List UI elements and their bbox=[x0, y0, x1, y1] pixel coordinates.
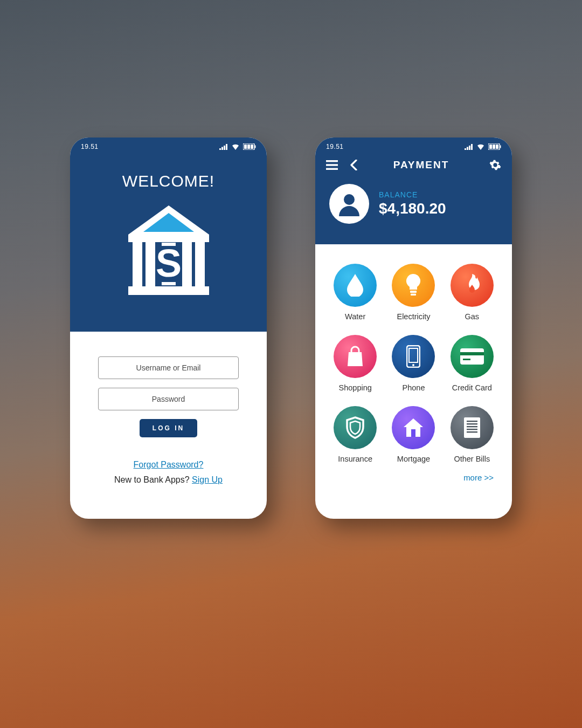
login-header: WELCOME! S bbox=[70, 156, 267, 332]
welcome-title: WELCOME! bbox=[70, 156, 267, 202]
bank-logo-icon: S bbox=[70, 202, 267, 299]
svg-rect-23 bbox=[471, 144, 473, 150]
svg-rect-33 bbox=[410, 291, 417, 293]
balance-label: BALANCE bbox=[379, 190, 446, 199]
svg-rect-43 bbox=[467, 421, 477, 422]
svg-rect-42 bbox=[464, 417, 480, 438]
svg-rect-27 bbox=[496, 145, 498, 149]
svg-point-37 bbox=[412, 364, 414, 366]
settings-icon[interactable] bbox=[489, 159, 501, 171]
wifi-icon bbox=[476, 143, 485, 150]
category-label: Shopping bbox=[332, 383, 378, 392]
category-mortgage[interactable]: Mortgage bbox=[391, 406, 436, 463]
balance-value: $4,180.20 bbox=[379, 200, 446, 217]
category-label: Insurance bbox=[332, 455, 378, 463]
svg-rect-8 bbox=[255, 146, 256, 148]
password-input[interactable] bbox=[98, 388, 239, 410]
battery-icon bbox=[488, 143, 501, 150]
insurance-icon bbox=[334, 406, 377, 449]
svg-rect-12 bbox=[133, 242, 142, 286]
login-button[interactable]: LOG IN bbox=[140, 419, 197, 437]
signup-link[interactable]: Sign Up bbox=[192, 475, 223, 484]
back-icon[interactable] bbox=[350, 160, 357, 170]
svg-rect-1 bbox=[221, 147, 223, 150]
svg-point-32 bbox=[344, 194, 355, 205]
category-credit-card[interactable]: Credit Card bbox=[449, 335, 495, 392]
svg-rect-15 bbox=[195, 242, 205, 286]
status-bar: 19.51 bbox=[315, 138, 512, 156]
signal-icon bbox=[465, 144, 473, 150]
svg-rect-7 bbox=[251, 145, 253, 149]
svg-rect-29 bbox=[326, 160, 338, 162]
shopping-icon bbox=[334, 335, 377, 378]
category-label: Credit Card bbox=[449, 383, 495, 392]
category-other-bills[interactable]: Other Bills bbox=[449, 406, 495, 463]
svg-rect-11 bbox=[128, 235, 209, 242]
other-bills-icon bbox=[451, 406, 494, 449]
category-label: Electricity bbox=[391, 312, 436, 321]
svg-rect-19 bbox=[162, 282, 176, 285]
category-label: Gas bbox=[449, 312, 495, 321]
battery-icon bbox=[243, 143, 256, 150]
wifi-icon bbox=[231, 143, 240, 150]
category-grid: Water Electricity Gas Shopping Phone bbox=[315, 244, 512, 463]
top-bar: PAYMENT bbox=[315, 156, 512, 174]
phone-icon bbox=[392, 335, 435, 378]
category-insurance[interactable]: Insurance bbox=[332, 406, 378, 463]
svg-rect-46 bbox=[467, 429, 477, 430]
status-time: 19.51 bbox=[326, 143, 344, 150]
payment-screen: 19.51 PAYMENT BALANCE $4,180.20 bbox=[315, 138, 512, 519]
category-water[interactable]: Water bbox=[332, 264, 378, 321]
status-icons bbox=[465, 143, 501, 150]
page-title: PAYMENT bbox=[365, 159, 477, 171]
category-label: Other Bills bbox=[449, 455, 495, 463]
svg-rect-2 bbox=[224, 146, 225, 150]
svg-rect-5 bbox=[244, 145, 247, 149]
svg-rect-14 bbox=[182, 242, 192, 286]
svg-rect-45 bbox=[467, 426, 477, 427]
svg-rect-34 bbox=[411, 294, 416, 296]
login-links: Forgot Password? New to Bank Apps? Sign … bbox=[98, 460, 239, 485]
svg-rect-26 bbox=[493, 145, 495, 149]
mortgage-icon bbox=[392, 406, 435, 449]
svg-rect-18 bbox=[162, 243, 176, 246]
login-screen: 19.51 WELCOME! S bbox=[70, 138, 267, 519]
svg-rect-31 bbox=[326, 168, 338, 170]
svg-rect-13 bbox=[146, 242, 155, 286]
balance-row: BALANCE $4,180.20 bbox=[315, 174, 512, 244]
category-electricity[interactable]: Electricity bbox=[391, 264, 436, 321]
login-form: LOG IN Forgot Password? New to Bank Apps… bbox=[70, 332, 267, 485]
svg-rect-28 bbox=[500, 146, 501, 148]
gas-icon bbox=[451, 264, 494, 307]
category-label: Water bbox=[332, 312, 378, 321]
electricity-icon bbox=[392, 264, 435, 307]
svg-rect-0 bbox=[219, 148, 221, 150]
svg-rect-38 bbox=[460, 348, 484, 365]
svg-rect-40 bbox=[463, 359, 470, 360]
water-icon bbox=[334, 264, 377, 307]
category-gas[interactable]: Gas bbox=[449, 264, 495, 321]
status-bar: 19.51 bbox=[70, 138, 267, 156]
category-shopping[interactable]: Shopping bbox=[332, 335, 378, 392]
svg-rect-21 bbox=[467, 147, 468, 150]
svg-rect-39 bbox=[460, 352, 484, 355]
status-icons bbox=[219, 143, 256, 150]
category-phone[interactable]: Phone bbox=[391, 335, 436, 392]
category-label: Mortgage bbox=[391, 455, 436, 463]
status-time: 19.51 bbox=[81, 143, 99, 150]
menu-icon[interactable] bbox=[326, 160, 338, 170]
signal-icon bbox=[219, 144, 228, 150]
username-input[interactable] bbox=[98, 356, 239, 379]
more-link[interactable]: more >> bbox=[315, 463, 512, 482]
credit-card-icon bbox=[451, 335, 494, 378]
forgot-password-link[interactable]: Forgot Password? bbox=[134, 460, 204, 469]
svg-rect-6 bbox=[247, 145, 250, 149]
svg-rect-16 bbox=[128, 286, 209, 295]
svg-rect-25 bbox=[489, 145, 492, 149]
svg-rect-3 bbox=[226, 144, 227, 150]
svg-rect-22 bbox=[469, 146, 470, 150]
svg-text:S: S bbox=[155, 242, 181, 285]
avatar-icon[interactable] bbox=[329, 184, 369, 224]
svg-rect-30 bbox=[326, 164, 338, 166]
svg-rect-36 bbox=[409, 348, 418, 362]
